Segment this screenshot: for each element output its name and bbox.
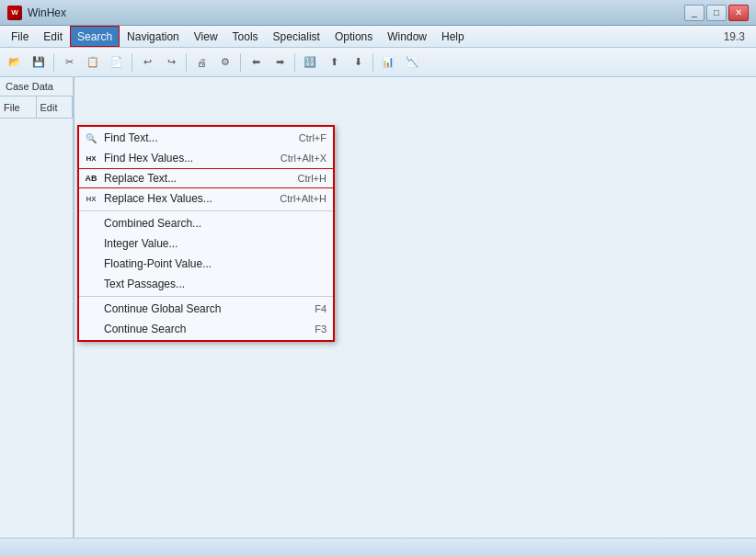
minimize-button[interactable]: _ [684,5,704,21]
maximize-button[interactable]: □ [706,5,727,21]
toolbar-btn-3[interactable]: ✂ [58,51,80,74]
toolbar-sep-5 [294,53,295,72]
toolbar-btn-6[interactable]: 🖨 [190,51,212,74]
find-text-label: Find Text... [104,131,157,144]
find-text-icon: 🔍 [84,130,98,145]
toolbar-btn-4[interactable]: 📋 [82,51,104,74]
toolbar-btn-11[interactable]: ⬆ [323,51,345,74]
floating-point-label: Floating-Point Value... [104,257,212,270]
status-bar [0,538,756,556]
toolbar-btn-10[interactable]: 🔢 [299,51,321,74]
find-text-shortcut: Ctrl+F [299,132,326,143]
toolbar-btn-undo[interactable]: ↩ [136,51,158,74]
menu-tools[interactable]: Tools [225,26,266,47]
sidebar-file[interactable]: File [0,96,37,119]
sep-1 [78,210,334,211]
menu-find-text[interactable]: 🔍 Find Text... Ctrl+F [78,128,334,148]
toolbar-btn-1[interactable]: 📂 [4,51,26,74]
toolbar-sep-1 [53,53,54,72]
continue-search-label: Continue Search [104,323,186,335]
sidebar-row-1: File Edit [0,96,73,119]
menu-text-passages[interactable]: Text Passages... [78,274,334,294]
replace-text-shortcut: Ctrl+H [298,173,326,184]
toolbar-btn-redo[interactable]: ↪ [160,51,182,74]
integer-value-label: Integer Value... [104,237,178,250]
version-label: 19.3 [724,30,752,43]
find-hex-icon: HX [84,151,98,165]
menu-combined-search[interactable]: Combined Search... [78,213,334,233]
continue-global-label: Continue Global Search [104,302,221,315]
continue-global-shortcut: F4 [315,303,326,314]
menu-edit[interactable]: Edit [36,26,70,47]
search-dropdown: 🔍 Find Text... Ctrl+F HX Find Hex Values… [77,125,335,342]
toolbar-btn-7[interactable]: ⚙ [214,51,236,74]
menu-replace-hex[interactable]: HX Replace Hex Values... Ctrl+Alt+H [78,188,334,209]
title-bar: W WinHex _ □ ✕ [0,0,756,26]
menu-continue-global[interactable]: Continue Global Search F4 [78,299,334,319]
menu-bar: File Edit Search Navigation View Tools S… [0,26,756,48]
menu-continue-search[interactable]: Continue Search F3 [78,319,334,339]
replace-hex-label: Replace Hex Values... [104,192,212,205]
toolbar-btn-2[interactable]: 💾 [28,51,50,74]
toolbar-btn-8[interactable]: ⬅ [245,51,267,74]
toolbar-sep-3 [186,53,187,72]
menu-window[interactable]: Window [380,26,434,47]
replace-hex-shortcut: Ctrl+Alt+H [280,193,326,204]
menu-find-hex[interactable]: HX Find Hex Values... Ctrl+Alt+X [78,148,334,168]
replace-text-label: Replace Text... [104,172,177,185]
toolbar-btn-5[interactable]: 📄 [106,51,128,74]
toolbar-sep-4 [240,53,241,72]
combined-search-label: Combined Search... [104,217,201,230]
toolbar-btn-13[interactable]: 📊 [377,51,399,74]
menu-help[interactable]: Help [434,26,472,47]
replace-hex-icon: HX [84,191,98,206]
menu-specialist[interactable]: Specialist [266,26,327,47]
close-button[interactable]: ✕ [728,5,749,21]
text-passages-label: Text Passages... [104,278,185,290]
window-title: WinHex [28,6,684,19]
menu-options[interactable]: Options [327,26,380,47]
sidebar: Case Data File Edit [0,77,74,538]
replace-text-icon: AB [84,171,98,186]
menu-integer-value[interactable]: Integer Value... [78,233,334,254]
window-controls: _ □ ✕ [684,5,749,21]
sidebar-edit[interactable]: Edit [37,96,74,119]
toolbar-btn-9[interactable]: ➡ [269,51,291,74]
continue-search-shortcut: F3 [315,323,326,335]
find-hex-label: Find Hex Values... [104,152,193,165]
menu-view[interactable]: View [187,26,225,47]
toolbar-btn-12[interactable]: ⬇ [347,51,369,74]
main-content: Case Data File Edit 🔍 Find Text... Ctrl+… [0,77,756,538]
menu-file[interactable]: File [4,26,36,47]
menu-replace-text[interactable]: AB Replace Text... Ctrl+H [78,168,334,188]
menu-search[interactable]: Search [70,26,120,47]
toolbar-sep-2 [132,53,132,72]
app-icon: W [7,6,22,20]
toolbar: 📂 💾 ✂ 📋 📄 ↩ ↪ 🖨 ⚙ ⬅ ➡ 🔢 ⬆ ⬇ 📊 📉 [0,48,756,77]
find-hex-shortcut: Ctrl+Alt+X [281,153,326,164]
toolbar-sep-6 [372,53,373,72]
menu-floating-point[interactable]: Floating-Point Value... [78,254,334,274]
sep-2 [78,296,334,297]
sidebar-case-data[interactable]: Case Data [0,77,73,96]
search-menu: 🔍 Find Text... Ctrl+F HX Find Hex Values… [77,125,335,342]
menu-navigation[interactable]: Navigation [120,26,187,47]
toolbar-btn-14[interactable]: 📉 [401,51,423,74]
